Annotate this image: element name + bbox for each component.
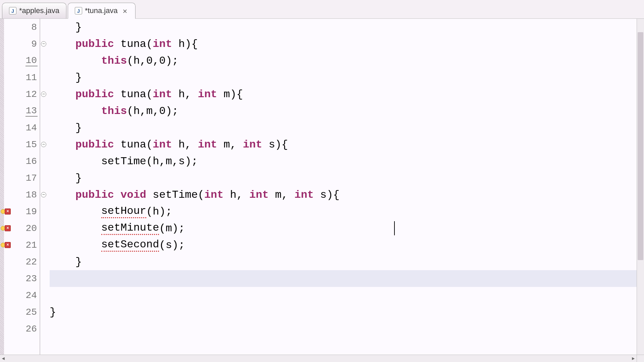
error-underline: setHour [101, 205, 146, 218]
scroll-right-icon[interactable]: ► [630, 355, 637, 362]
gutter-row: 12− [0, 86, 40, 103]
line-number: 15 [25, 139, 38, 150]
gutter-row: ×21 [0, 237, 40, 253]
code-line[interactable]: } [50, 19, 644, 36]
line-number: 12 [25, 89, 38, 100]
text-cursor-icon [394, 221, 395, 235]
line-number: 17 [25, 173, 38, 183]
gutter-row: 24 [0, 287, 40, 304]
gutter-row: 17 [0, 170, 40, 186]
line-number: 21 [25, 240, 38, 250]
code-line[interactable] [50, 320, 644, 337]
line-number: 10 [25, 55, 38, 66]
error-marker-icon[interactable]: × [5, 242, 11, 248]
code-line[interactable]: } [50, 119, 644, 136]
line-number: 11 [25, 72, 38, 83]
fold-toggle-icon[interactable]: − [41, 92, 46, 97]
vertical-scrollbar[interactable] [637, 19, 644, 355]
gutter-row: 18− [0, 186, 40, 203]
java-file-icon: J [75, 7, 82, 14]
code-line[interactable] [50, 287, 644, 304]
editor-container: J *apples.java J *tuna.java ✕ 8 9− 10 11… [0, 0, 644, 362]
tab-label: *tuna.java [85, 6, 118, 15]
fold-toggle-icon[interactable]: − [41, 41, 46, 47]
gutter-row: 22 [0, 253, 40, 270]
gutter-row: 25 [0, 304, 40, 320]
gutter-row: 9− [0, 36, 40, 52]
tab-tuna[interactable]: J *tuna.java ✕ [68, 3, 136, 19]
line-number: 8 [31, 22, 38, 33]
code-line[interactable]: setMinute(m); [50, 220, 644, 237]
gutter: 8 9− 10 11 12− 13 14 15− 16 17 18− ×19 ×… [0, 19, 40, 362]
code-line[interactable]: setSecond(s); [50, 237, 644, 253]
code-line[interactable]: this(h,m,0); [50, 103, 644, 119]
code-line[interactable]: } [50, 69, 644, 86]
error-marker-icon[interactable]: × [5, 208, 11, 215]
line-number: 16 [25, 156, 38, 167]
gutter-row: 13 [0, 103, 40, 119]
code-line[interactable]: public tuna(int h){ [50, 36, 644, 52]
tab-label: *apples.java [19, 6, 59, 15]
line-number: 23 [25, 274, 38, 284]
close-icon[interactable]: ✕ [122, 8, 128, 14]
code-line[interactable]: public tuna(int h, int m, int s){ [50, 136, 644, 153]
editor-body: 8 9− 10 11 12− 13 14 15− 16 17 18− ×19 ×… [0, 19, 644, 362]
line-number: 24 [25, 290, 38, 301]
line-number: 20 [25, 223, 38, 234]
tab-bar: J *apples.java J *tuna.java ✕ [0, 0, 644, 19]
line-number: 9 [31, 39, 38, 49]
fold-toggle-icon[interactable]: − [41, 192, 46, 197]
gutter-row: 26 [0, 320, 40, 337]
java-file-icon: J [9, 7, 16, 14]
code-line[interactable]: } [50, 170, 644, 186]
scroll-left-icon[interactable]: ◄ [0, 355, 7, 362]
scrollbar-thumb[interactable] [638, 32, 643, 260]
error-underline: setMinute [101, 222, 159, 235]
line-number: 25 [25, 307, 38, 317]
code-line-current[interactable] [50, 270, 644, 287]
gutter-row: ×20 [0, 220, 40, 237]
code-line[interactable]: public tuna(int h, int m){ [50, 86, 644, 103]
error-marker-icon[interactable]: × [5, 225, 11, 231]
line-number: 19 [25, 206, 38, 217]
gutter-row: 15− [0, 136, 40, 153]
gutter-row: 10 [0, 52, 40, 69]
gutter-row: 23 [0, 270, 40, 287]
code-line[interactable]: this(h,0,0); [50, 52, 644, 69]
line-number: 14 [25, 123, 38, 133]
tab-apples[interactable]: J *apples.java [2, 3, 66, 18]
code-line[interactable]: } [50, 253, 644, 270]
gutter-row: ×19 [0, 203, 40, 220]
horizontal-scrollbar[interactable]: ◄ ► [0, 355, 637, 362]
line-number: 18 [25, 190, 38, 200]
gutter-row: 8 [0, 19, 40, 36]
code-area[interactable]: } public tuna(int h){ this(h,0,0); } pub… [40, 19, 644, 362]
scrollbar-corner [637, 355, 644, 362]
code-line[interactable]: setTime(h,m,s); [50, 153, 644, 170]
code-line[interactable]: public void setTime(int h, int m, int s)… [50, 186, 644, 203]
line-number: 26 [25, 324, 38, 334]
code-line[interactable]: setHour(h); [50, 203, 644, 220]
line-number: 22 [25, 257, 38, 267]
gutter-row: 11 [0, 69, 40, 86]
line-number: 13 [25, 106, 38, 117]
fold-toggle-icon[interactable]: − [41, 142, 46, 147]
error-underline: setSecond [101, 238, 159, 252]
gutter-row: 16 [0, 153, 40, 170]
code-line[interactable]: } [50, 304, 644, 320]
gutter-row: 14 [0, 119, 40, 136]
